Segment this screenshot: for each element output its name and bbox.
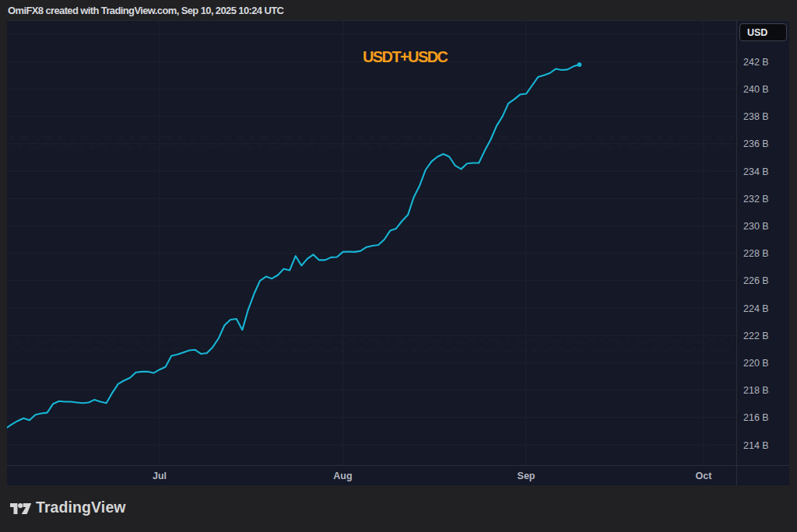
- price-tick-label: 224 B: [743, 303, 769, 314]
- tradingview-logo-icon[interactable]: [10, 503, 32, 514]
- time-tick-label: Oct: [696, 471, 713, 481]
- price-tick-label: 214 B: [743, 440, 769, 451]
- price-tick-label: 220 B: [743, 358, 769, 369]
- attribution-text: OmiFX8 created with TradingView.com, Sep…: [8, 2, 283, 19]
- price-tick-label: 238 B: [743, 111, 769, 122]
- series-title: USDT+USDC: [363, 48, 447, 66]
- tradingview-logo-text[interactable]: TradingView: [36, 499, 126, 516]
- price-tick-label: 232 B: [743, 194, 769, 205]
- price-tick-label: 230 B: [743, 221, 769, 232]
- price-tick-label: 240 B: [743, 84, 769, 95]
- time-tick-label: Aug: [333, 471, 352, 481]
- time-tick-label: Jul: [153, 471, 167, 481]
- last-value-dot: [577, 62, 581, 67]
- plot-background: [7, 20, 789, 485]
- price-tick-label: 242 B: [743, 57, 769, 68]
- footer-bar: TradingView: [0, 485, 797, 532]
- chart-area: 242 B240 B238 B236 B234 B232 B230 B228 B…: [7, 20, 789, 485]
- logo-glyph-seven: [22, 503, 32, 514]
- price-tick-label: 218 B: [743, 385, 769, 396]
- price-tick-label: 228 B: [743, 248, 769, 259]
- logo-glyph-one: [10, 503, 18, 514]
- tradingview-snapshot: OmiFX8 created with TradingView.com, Sep…: [0, 0, 797, 532]
- price-tick-label: 222 B: [743, 331, 769, 341]
- logo-dot: [18, 503, 23, 508]
- time-tick-label: Sep: [518, 471, 535, 481]
- price-tick-label: 216 B: [743, 412, 769, 423]
- price-tick-label: 234 B: [743, 166, 769, 177]
- price-chart: 242 B240 B238 B236 B234 B232 B230 B228 B…: [7, 20, 789, 485]
- price-tick-label: 226 B: [743, 275, 769, 286]
- currency-button[interactable]: USD: [739, 23, 787, 41]
- price-tick-label: 236 B: [743, 138, 769, 149]
